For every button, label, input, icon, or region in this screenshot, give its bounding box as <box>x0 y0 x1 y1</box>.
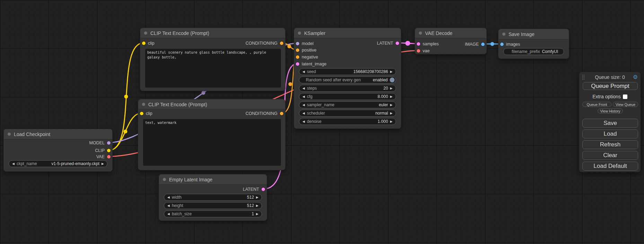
load-button[interactable]: Load <box>582 129 638 138</box>
toggle-enabled-dot[interactable] <box>390 78 395 82</box>
collapse-dot-icon[interactable] <box>298 31 301 35</box>
node-title: KSampler <box>304 30 325 36</box>
collapse-dot-icon[interactable] <box>144 31 147 35</box>
increment-arrow-icon[interactable]: ▶ <box>390 87 392 90</box>
decrement-arrow-icon[interactable]: ◀ <box>167 213 170 216</box>
increment-arrow-icon[interactable]: ▶ <box>390 95 392 98</box>
random-seed-toggle-widget[interactable]: Random seed after every gen enabled <box>299 76 396 83</box>
load-default-button[interactable]: Load Default <box>582 162 638 171</box>
collapse-dot-icon[interactable] <box>163 178 166 181</box>
conditioning-port-dot[interactable] <box>296 55 299 59</box>
latent-port-dot[interactable] <box>396 42 399 45</box>
node-title: Empty Latent Image <box>169 177 212 182</box>
image-port-dot[interactable] <box>500 43 504 46</box>
node-clip-text-encode-positive[interactable]: CLIP Text Encode (Prompt) clip CONDITION… <box>140 28 285 91</box>
decrement-arrow-icon[interactable]: ◀ <box>302 120 305 123</box>
model-port-dot[interactable] <box>107 141 111 145</box>
node-title: CLIP Text Encode (Prompt) <box>148 102 207 107</box>
decrement-arrow-icon[interactable]: ◀ <box>302 112 305 115</box>
save-button[interactable]: Save <box>582 119 638 128</box>
increment-arrow-icon[interactable]: ▶ <box>390 103 392 107</box>
node-title: CLIP Text Encode (Prompt) <box>150 30 209 36</box>
clip-port-dot[interactable] <box>140 112 143 115</box>
steps-widget[interactable]: ◀ steps 20 ▶ <box>299 85 396 92</box>
collapse-dot-icon[interactable] <box>419 31 422 35</box>
increment-arrow-icon[interactable]: ▶ <box>390 70 392 73</box>
clear-button[interactable]: Clear <box>582 151 638 160</box>
view-history-button[interactable]: View History <box>598 108 623 114</box>
model-port-dot[interactable] <box>296 42 299 45</box>
extra-options-checkbox[interactable] <box>623 94 627 99</box>
link-midpoint-dot <box>124 130 127 134</box>
clip-port-dot[interactable] <box>142 42 145 45</box>
denoise-widget[interactable]: ◀ denoise 1.000 ▶ <box>299 118 396 125</box>
decrement-arrow-icon[interactable]: ◀ <box>302 95 305 98</box>
image-port-dot[interactable] <box>481 43 485 46</box>
decrement-arrow-icon[interactable]: ◀ <box>302 103 305 107</box>
queue-front-button[interactable]: Queue Front <box>582 102 611 107</box>
increment-arrow-icon[interactable]: ▶ <box>102 162 104 165</box>
decrement-arrow-icon[interactable]: ◀ <box>167 204 170 207</box>
latent-port-dot[interactable] <box>296 62 299 66</box>
positive-prompt-textarea[interactable]: beautiful scenery nature glass bottle la… <box>145 49 281 88</box>
increment-arrow-icon[interactable]: ▶ <box>390 120 392 123</box>
node-title-bar[interactable]: Empty Latent Image <box>159 174 267 185</box>
ckpt-name-widget[interactable]: ◀ ckpt_name v1-5-pruned-emaonly.ckpt ▶ <box>9 160 107 167</box>
link-clip-to-negative-prompt <box>109 113 141 150</box>
collapse-dot-icon[interactable] <box>142 103 145 106</box>
batch-size-widget[interactable]: ◀ batch_size 1 ▶ <box>164 210 262 217</box>
extra-options-label: Extra options <box>592 94 621 99</box>
scheduler-widget[interactable]: ◀ scheduler normal ▶ <box>299 110 396 117</box>
link-midpoint-dot <box>202 91 205 95</box>
seed-widget[interactable]: ◀ seed 156680208700286 ▶ <box>299 68 396 75</box>
node-ksampler[interactable]: KSampler model positive negative latent_… <box>294 28 401 129</box>
width-widget[interactable]: ◀ width 512 ▶ <box>164 194 262 201</box>
height-widget[interactable]: ◀ height 512 ▶ <box>164 202 262 209</box>
latent-port-dot[interactable] <box>417 42 420 46</box>
node-title-bar[interactable]: KSampler <box>294 28 401 38</box>
queue-prompt-button[interactable]: Queue Prompt <box>583 82 638 90</box>
negative-prompt-textarea[interactable]: text, watermark <box>143 119 281 166</box>
collapse-dot-icon[interactable] <box>8 133 11 136</box>
node-empty-latent-image[interactable]: Empty Latent Image LATENT ◀ width 512 ▶ … <box>159 174 267 221</box>
sampler-name-widget[interactable]: ◀ sampler_name euler ▶ <box>299 101 396 108</box>
increment-arrow-icon[interactable]: ▶ <box>390 112 392 115</box>
extra-options-row: Extra options <box>579 94 641 99</box>
decrement-arrow-icon[interactable]: ◀ <box>12 162 15 165</box>
conditioning-port-dot[interactable] <box>280 112 283 115</box>
node-title-bar[interactable]: Save Image <box>499 29 569 39</box>
filename-prefix-widget[interactable]: filename_prefix ComfyUI <box>503 48 564 55</box>
vae-port-dot[interactable] <box>107 155 111 159</box>
node-title: Load Checkpoint <box>14 132 50 137</box>
view-queue-button[interactable]: View Queue <box>613 102 638 107</box>
latent-port-dot[interactable] <box>262 188 265 191</box>
decrement-arrow-icon[interactable]: ◀ <box>302 70 305 73</box>
gear-icon[interactable]: ⚙ <box>633 74 638 80</box>
increment-arrow-icon[interactable]: ▶ <box>256 196 258 199</box>
node-clip-text-encode-negative[interactable]: CLIP Text Encode (Prompt) clip CONDITION… <box>138 99 285 170</box>
link-midpoint-dot <box>288 45 291 48</box>
node-title-bar[interactable]: CLIP Text Encode (Prompt) <box>140 28 285 38</box>
link-midpoint-dot <box>289 82 292 86</box>
refresh-button[interactable]: Refresh <box>582 140 638 149</box>
decrement-arrow-icon[interactable]: ◀ <box>302 87 305 90</box>
queue-panel: Queue size: 0 ⚙ Queue Prompt Extra optio… <box>579 72 641 172</box>
node-title-bar[interactable]: Load Checkpoint <box>4 129 112 139</box>
node-title-bar[interactable]: CLIP Text Encode (Prompt) <box>138 99 285 110</box>
conditioning-port-dot[interactable] <box>296 48 299 52</box>
queue-panel-header: Queue size: 0 ⚙ <box>579 74 641 81</box>
collapse-dot-icon[interactable] <box>502 33 505 36</box>
clip-port-dot[interactable] <box>107 149 111 152</box>
node-load-checkpoint[interactable]: Load Checkpoint MODEL CLIP VAE ◀ ckpt_na… <box>3 129 113 172</box>
increment-arrow-icon[interactable]: ▶ <box>256 213 258 216</box>
node-canvas[interactable]: Load Checkpoint MODEL CLIP VAE ◀ ckpt_na… <box>0 0 644 244</box>
node-save-image[interactable]: Save Image images filename_prefix ComfyU… <box>498 29 569 59</box>
node-title: VAE Decode <box>425 30 452 36</box>
node-title-bar[interactable]: VAE Decode <box>415 28 486 38</box>
increment-arrow-icon[interactable]: ▶ <box>256 204 258 207</box>
node-vae-decode[interactable]: VAE Decode samples vae IMAGE <box>415 28 487 54</box>
vae-port-dot[interactable] <box>417 49 420 53</box>
decrement-arrow-icon[interactable]: ◀ <box>167 196 170 199</box>
cfg-widget[interactable]: ◀ cfg 8.000 ▶ <box>299 93 396 100</box>
conditioning-port-dot[interactable] <box>280 42 283 45</box>
